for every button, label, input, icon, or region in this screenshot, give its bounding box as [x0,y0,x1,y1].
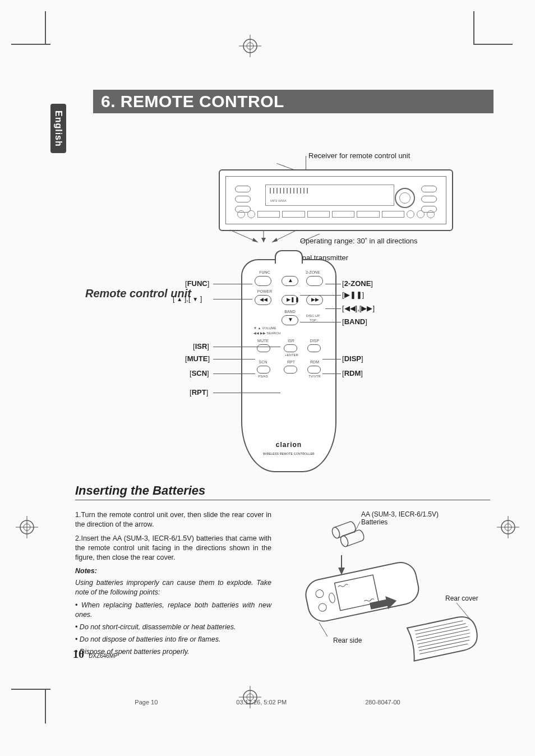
language-tab: English [50,104,66,153]
diagram-area: Receiver for remote control unit [79,125,494,472]
label-func: [FUNC] [185,279,209,288]
label-rpt: [RPT] [190,388,208,397]
remote-brand-sub: WIRELESS REMOTE CONTROLLER [242,452,335,455]
notes-heading: Notes: [75,566,271,576]
model-number: DXZ646MP [89,653,118,659]
language-tab-label: English [53,110,63,147]
svg-text:MP3 WMA: MP3 WMA [270,199,287,202]
page-footer: 10 DXZ646MP [73,648,118,661]
svg-line-35 [300,234,320,242]
fig-rearside-label: Rear side [333,637,362,644]
batteries-heading: Inserting the Batteries [75,483,490,500]
note-2: • Do not short-circuit, disassemble or h… [75,623,271,632]
note-1: • When replacing batteries, replace both… [75,601,271,620]
label-disp: [DISP] [342,354,363,363]
head-unit-illustration: MP3 WMA [219,169,453,231]
section-title: 6. REMOTE CONTROL [93,90,494,113]
label-rdm: [RDM] [342,369,363,377]
svg-line-56 [319,623,328,637]
note-3: • Do not dispose of batteries into fire … [75,635,271,644]
label-mute: [MUTE] [185,354,210,363]
battery-step-2: 2.Insert the AA (SUM-3, IECR-6/1.5V) bat… [75,534,271,563]
label-2zone: [2-ZONE] [342,279,373,288]
svg-marker-34 [272,238,278,242]
imprint-date: 03.12.26, 5:02 PM [236,699,287,706]
imprint-page: Page 10 [135,699,158,706]
remote-illustration: FUNC 2-ZONE ▲ POWER ◀◀ ▶❚❚ ▶▶ BAND ▼ DIS… [241,259,336,472]
label-band: [BAND] [342,317,367,326]
registration-mark-left [16,516,38,538]
label-playpause: [▶❚❚] [342,291,364,299]
battery-step-1: 1.Turn the remote control unit over, the… [75,510,271,529]
svg-marker-30 [252,238,258,242]
remote-brand: clarion [242,441,335,449]
registration-mark-right [497,516,519,538]
receiver-callout: Receiver for remote control unit [308,151,410,160]
imprint-line: Page 10 03.12.26, 5:02 PM 280-8047-00 [0,699,535,706]
label-seek: [◀◀],[▶▶] [342,304,375,312]
svg-marker-32 [261,238,266,242]
label-scn: [SCN] [190,369,209,377]
notes-intro: Using batteries improperly can cause the… [75,578,271,597]
imprint-code: 280-8047-00 [365,699,400,706]
page-number: 10 [73,648,84,661]
label-isr: [ISR] [193,342,209,351]
range-arrows-icon [219,225,331,248]
label-updown: [ ▲ ],[ ▼ ] [173,294,202,303]
fig-rearcover-label: Rear cover [445,594,478,602]
batteries-figure: AA (SUM-3, IECR-6/1.5V) Batteries [288,510,490,679]
registration-mark-top [239,35,261,57]
